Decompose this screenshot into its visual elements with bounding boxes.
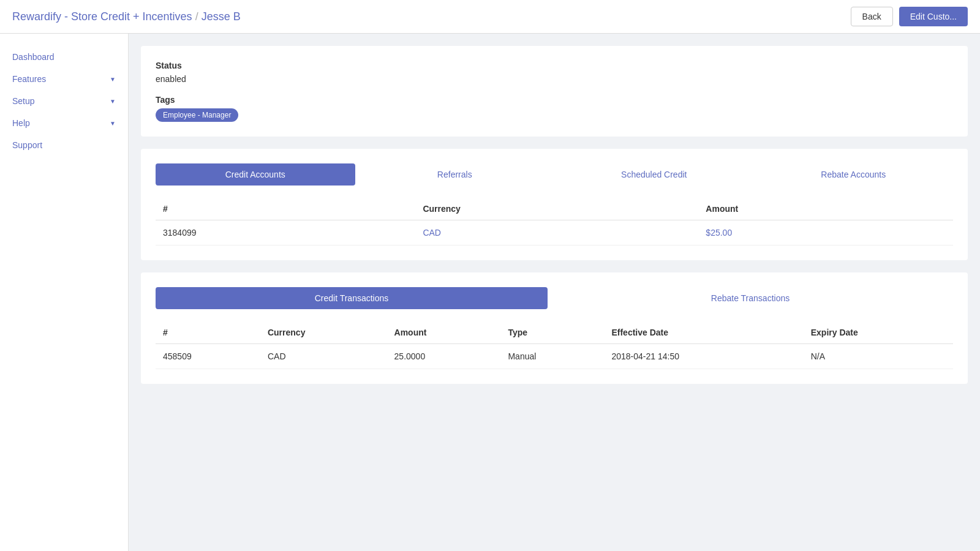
credit-accounts-card: Credit Accounts Referrals Scheduled Cred… — [141, 149, 968, 260]
sidebar-item-dashboard[interactable]: Dashboard — [0, 46, 128, 68]
transaction-expiry-date: N/A — [804, 344, 953, 369]
chevron-down-icon: ▼ — [110, 120, 116, 127]
sidebar-item-support[interactable]: Support — [0, 134, 128, 156]
col-header-id: # — [156, 198, 415, 220]
main-content: Status enabled Tags Employee - Manager C… — [129, 34, 980, 551]
app-header: Rewardify - Store Credit + Incentives / … — [0, 0, 980, 34]
customer-name: Jesse B — [202, 10, 241, 23]
transaction-type: Manual — [500, 344, 604, 369]
sidebar-item-setup[interactable]: Setup ▼ — [0, 90, 128, 112]
col-header-currency: Currency — [415, 198, 698, 220]
sidebar-item-features[interactable]: Features ▼ — [0, 68, 128, 90]
col-header-effective-date: Effective Date — [604, 321, 803, 344]
sidebar: Dashboard Features ▼ Setup ▼ Help ▼ Supp… — [0, 34, 129, 551]
header-actions: Back Edit Custo... — [851, 7, 968, 26]
customer-info-card: Status enabled Tags Employee - Manager — [141, 46, 968, 137]
sidebar-features-label: Features — [12, 74, 46, 84]
tag-employee-manager: Employee - Manager — [156, 108, 238, 122]
sidebar-dashboard-label: Dashboard — [12, 52, 55, 62]
app-name: Rewardify - Store Credit + Incentives — [12, 10, 192, 23]
tab-rebate-accounts[interactable]: Rebate Accounts — [754, 163, 954, 186]
transaction-id: 458509 — [156, 344, 260, 369]
status-value: enabled — [156, 74, 953, 84]
back-button[interactable]: Back — [851, 7, 893, 26]
table-row: 458509 CAD 25.0000 Manual 2018-04-21 14:… — [156, 344, 953, 369]
col-header-type: Type — [500, 321, 604, 344]
transaction-effective-date: 2018-04-21 14:50 — [604, 344, 803, 369]
sidebar-support-label: Support — [12, 140, 42, 150]
currency-link[interactable]: CAD — [423, 228, 441, 238]
status-label: Status — [156, 61, 953, 70]
transaction-tabs: Credit Transactions Rebate Transactions — [156, 287, 953, 309]
edit-customer-button[interactable]: Edit Custo... — [899, 7, 968, 26]
tab-scheduled-credit[interactable]: Scheduled Credit — [554, 163, 754, 186]
credit-transactions-card: Credit Transactions Rebate Transactions … — [141, 272, 968, 384]
credit-accounts-header-row: # Currency Amount — [156, 198, 953, 220]
tab-credit-transactions[interactable]: Credit Transactions — [156, 287, 548, 309]
transaction-currency: CAD — [260, 344, 387, 369]
account-id: 3184099 — [156, 220, 415, 246]
col-header-currency: Currency — [260, 321, 387, 344]
col-header-expiry-date: Expiry Date — [804, 321, 953, 344]
chevron-down-icon: ▼ — [110, 76, 116, 83]
page-title: Rewardify - Store Credit + Incentives / … — [12, 10, 241, 23]
chevron-down-icon: ▼ — [110, 98, 116, 105]
col-header-amount: Amount — [698, 198, 953, 220]
table-row: 3184099 CAD $25.00 — [156, 220, 953, 246]
main-layout: Dashboard Features ▼ Setup ▼ Help ▼ Supp… — [0, 0, 980, 551]
col-header-amount: Amount — [387, 321, 501, 344]
tab-referrals[interactable]: Referrals — [355, 163, 555, 186]
title-separator: / — [192, 10, 202, 23]
tags-label: Tags — [156, 95, 953, 105]
transactions-table: # Currency Amount Type Effective Date Ex… — [156, 321, 953, 369]
tab-rebate-transactions[interactable]: Rebate Transactions — [548, 287, 953, 309]
sidebar-item-help[interactable]: Help ▼ — [0, 112, 128, 134]
transactions-header-row: # Currency Amount Type Effective Date Ex… — [156, 321, 953, 344]
col-header-id: # — [156, 321, 260, 344]
transaction-amount: 25.0000 — [387, 344, 501, 369]
account-currency: CAD — [415, 220, 698, 246]
account-amount: $25.00 — [698, 220, 953, 246]
tags-container: Employee - Manager — [156, 108, 953, 122]
tab-credit-accounts[interactable]: Credit Accounts — [156, 163, 355, 186]
sidebar-setup-label: Setup — [12, 96, 35, 106]
credit-tabs: Credit Accounts Referrals Scheduled Cred… — [156, 163, 953, 186]
sidebar-help-label: Help — [12, 118, 30, 128]
credit-accounts-table: # Currency Amount 3184099 CAD $25.00 — [156, 198, 953, 246]
